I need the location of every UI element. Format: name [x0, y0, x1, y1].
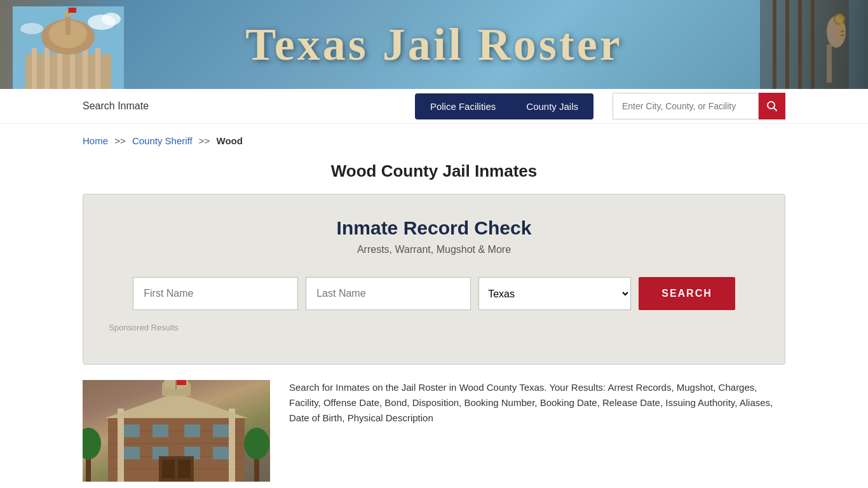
svg-rect-19: [785, 0, 789, 89]
page-title: Wood County Jail Inmates: [0, 152, 868, 194]
banner-title: Texas Jail Roster: [245, 18, 622, 71]
svg-line-29: [774, 108, 777, 111]
svg-point-15: [102, 13, 121, 25]
svg-rect-20: [798, 0, 802, 89]
courthouse-building-icon: [83, 380, 270, 482]
svg-rect-38: [184, 424, 200, 437]
record-check-title: Inmate Record Check: [109, 217, 759, 239]
svg-rect-12: [68, 8, 69, 15]
inmate-search-button[interactable]: SEARCH: [639, 277, 735, 310]
record-check-section: Inmate Record Check Arrests, Warrant, Mu…: [83, 194, 785, 365]
svg-point-24: [834, 14, 844, 24]
sponsored-label: Sponsored Results: [109, 323, 759, 332]
svg-point-16: [20, 23, 43, 34]
svg-rect-25: [839, 23, 842, 36]
svg-rect-36: [124, 424, 140, 437]
courthouse-image: [83, 380, 270, 482]
svg-rect-37: [153, 424, 168, 437]
capitol-dome-icon: [13, 6, 124, 89]
facility-search-wrapper: [613, 93, 785, 119]
svg-rect-18: [773, 0, 776, 89]
svg-rect-48: [229, 409, 235, 482]
bottom-section: Search for Inmates on the Jail Roster in…: [83, 380, 785, 482]
svg-rect-45: [162, 459, 175, 478]
search-form: AlabamaAlaskaArizonaArkansasCaliforniaCo…: [109, 277, 759, 310]
facility-search-button[interactable]: [759, 93, 785, 119]
svg-rect-27: [841, 34, 844, 36]
svg-rect-46: [178, 459, 191, 478]
last-name-input[interactable]: [306, 277, 471, 310]
svg-rect-2: [32, 48, 37, 89]
facility-search-input[interactable]: [613, 93, 759, 119]
svg-rect-40: [124, 447, 140, 459]
breadcrumb-county-sheriff-link[interactable]: County Sheriff: [132, 135, 193, 146]
svg-rect-53: [177, 380, 186, 385]
breadcrumb-current: Wood: [217, 135, 243, 146]
svg-rect-13: [69, 8, 76, 13]
record-check-subtitle: Arrests, Warrant, Mugshot & More: [109, 244, 759, 255]
nav-bar: Search Inmate Police Facilities County J…: [0, 89, 868, 124]
svg-rect-10: [65, 16, 71, 35]
svg-rect-47: [118, 409, 124, 482]
breadcrumb: Home >> County Sheriff >> Wood: [0, 124, 868, 152]
svg-rect-3: [44, 48, 50, 89]
svg-rect-52: [175, 380, 177, 390]
police-facilities-button[interactable]: Police Facilities: [415, 93, 511, 119]
breadcrumb-sep2: >>: [199, 135, 210, 146]
svg-point-57: [244, 428, 269, 459]
header-banner: Texas Jail Roster: [0, 0, 868, 89]
svg-rect-23: [827, 44, 832, 83]
svg-rect-43: [213, 447, 229, 459]
svg-rect-21: [811, 0, 815, 89]
jail-keys-icon: [760, 0, 849, 89]
description-text: Search for Inmates on the Jail Roster in…: [289, 380, 785, 482]
breadcrumb-home-link[interactable]: Home: [83, 135, 108, 146]
nav-buttons: Police Facilities County Jails: [415, 93, 593, 119]
svg-rect-39: [213, 424, 229, 437]
search-icon: [766, 100, 778, 112]
breadcrumb-sep1: >>: [114, 135, 126, 146]
county-jails-button[interactable]: County Jails: [511, 93, 593, 119]
state-select[interactable]: AlabamaAlaskaArizonaArkansasCaliforniaCo…: [478, 277, 631, 310]
search-inmate-label: Search Inmate: [83, 100, 402, 112]
svg-rect-6: [83, 48, 88, 89]
first-name-input[interactable]: [133, 277, 298, 310]
svg-rect-26: [841, 30, 844, 32]
svg-rect-7: [95, 48, 100, 89]
